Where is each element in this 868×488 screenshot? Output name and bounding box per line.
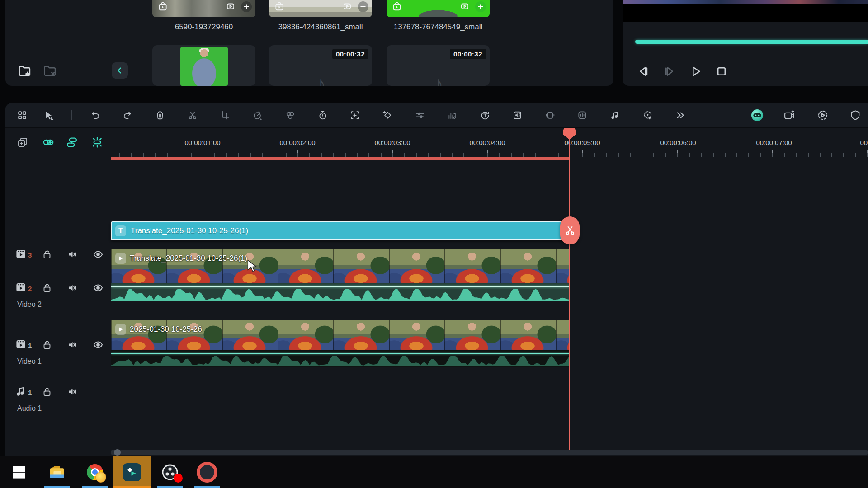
audio-ducking-button[interactable] (443, 106, 461, 124)
lock-track-icon[interactable] (42, 249, 52, 260)
play-button[interactable] (688, 63, 704, 80)
volume-line[interactable] (111, 353, 570, 354)
collapse-panel-button[interactable] (112, 62, 128, 79)
video2-clip-label: Translate_2025-01-30 10-25-26(1) (130, 254, 247, 263)
lock-track-icon[interactable] (42, 386, 52, 397)
boundary-shield-button[interactable] (846, 106, 864, 124)
lock-track-icon[interactable] (42, 339, 52, 350)
video2-audio-section[interactable] (111, 283, 570, 301)
ai-copilot-button[interactable] (748, 106, 766, 124)
clip-range-bar (111, 157, 570, 160)
start-button[interactable] (0, 456, 38, 488)
media-card[interactable]: 137678-767484549_small (387, 0, 490, 17)
copy-track-button[interactable] (15, 135, 30, 150)
video1-audio-section[interactable] (111, 350, 570, 367)
video2-clip[interactable]: Translate_2025-01-30 10-25-26(1) (111, 249, 570, 283)
duration-button[interactable] (314, 106, 332, 124)
obs-button[interactable] (151, 456, 189, 488)
speed-button[interactable] (248, 106, 266, 124)
redo-button[interactable] (118, 106, 137, 124)
media-grid-view-button[interactable] (13, 106, 31, 124)
camera-preview-icon[interactable] (460, 1, 470, 13)
record-ring-icon (197, 462, 217, 483)
text-to-speech-button[interactable] (509, 106, 527, 124)
audio-waveform (111, 288, 570, 301)
mute-track-icon[interactable] (67, 282, 78, 293)
media-thumbnail[interactable] (269, 0, 372, 17)
chrome-icon (87, 464, 103, 480)
duration-badge: 00:00:32 (332, 49, 368, 59)
open-app-indicator (113, 486, 151, 488)
snap-magnet-button[interactable] (90, 135, 104, 150)
chrome-button[interactable] (76, 456, 114, 488)
add-to-timeline-button[interactable] (241, 1, 252, 12)
camera-preview-icon[interactable] (226, 1, 236, 13)
split-scissors-button[interactable] (560, 216, 580, 244)
preview-panel (623, 0, 868, 86)
video1-clip[interactable]: 2025-01-30 10-25-26 (111, 320, 570, 350)
recorder-ring-button[interactable] (188, 456, 226, 488)
track-label: Audio 1 (17, 404, 42, 413)
volume-line[interactable] (111, 286, 570, 287)
timeline-hscrollbar-thumb[interactable] (114, 449, 121, 456)
link-clips-button[interactable] (41, 135, 56, 150)
delete-button[interactable] (151, 106, 169, 124)
timeline-toolbar (5, 103, 868, 128)
media-thumbnail[interactable] (152, 0, 255, 17)
reframe-button[interactable] (541, 106, 559, 124)
next-frame-button[interactable] (662, 63, 678, 80)
color-match-button[interactable] (281, 106, 299, 124)
crop-button[interactable] (216, 106, 234, 124)
preview-progress-bar[interactable] (635, 40, 868, 44)
hide-track-icon[interactable] (92, 339, 104, 350)
greenscreen-thumbnail (180, 47, 228, 86)
add-to-timeline-button[interactable] (358, 1, 368, 12)
timeline-area: 00:00:01:00 00:00:02:00 00:00:03:00 00:0… (5, 128, 868, 456)
camera-preview-icon[interactable] (342, 1, 352, 13)
playhead-handle[interactable] (563, 128, 576, 140)
ai-audio-button[interactable] (639, 106, 657, 124)
timeline-hscrollbar[interactable] (111, 450, 868, 455)
filmora-button[interactable] (113, 456, 151, 488)
media-card[interactable]: 39836-424360861_small (269, 0, 372, 17)
text-clip-icon: T (115, 225, 126, 236)
speech-to-text-button[interactable] (476, 106, 494, 124)
hide-track-icon[interactable] (92, 249, 104, 260)
media-thumbnail[interactable] (387, 0, 490, 17)
audio-music-button[interactable] (606, 106, 624, 124)
adjustment-button[interactable] (411, 106, 429, 124)
motion-tracking-button[interactable] (346, 106, 364, 124)
stop-button[interactable] (713, 63, 730, 80)
undo-button[interactable] (86, 106, 104, 124)
render-preview-button[interactable] (814, 106, 832, 124)
mute-track-icon[interactable] (67, 249, 78, 260)
mute-track-icon[interactable] (67, 339, 78, 350)
lock-track-icon[interactable] (42, 282, 52, 293)
ungroup-clips-button[interactable] (65, 135, 79, 150)
ruler-label: 00:00:08:00 (860, 139, 868, 146)
add-folder-button[interactable] (17, 63, 32, 79)
track-label: Video 2 (17, 300, 42, 309)
screen-record-button[interactable] (780, 106, 798, 124)
audio-denoise-button[interactable] (573, 106, 591, 124)
stock-bag-icon (392, 1, 402, 13)
delete-folder-button[interactable] (42, 63, 57, 79)
hide-track-icon[interactable] (92, 282, 104, 293)
previous-frame-button[interactable] (635, 63, 651, 80)
playhead-line[interactable] (569, 136, 570, 455)
video-track-icon (14, 338, 27, 350)
ruler-label: 00:00:03:00 (374, 139, 410, 146)
split-tool-button[interactable] (184, 106, 202, 124)
open-app-indicator (157, 486, 183, 488)
add-keyframe-button[interactable] (378, 106, 396, 124)
media-tile-greenscreen[interactable] (152, 45, 255, 86)
file-explorer-button[interactable] (38, 456, 76, 488)
media-tile-audio[interactable]: 00:00:32 ♪ (387, 45, 490, 86)
mute-track-icon[interactable] (67, 386, 78, 397)
select-tool-button[interactable] (40, 106, 58, 124)
more-tools-button[interactable] (671, 106, 689, 124)
media-tile-audio[interactable]: 00:00:32 ♪ (269, 45, 372, 86)
text-clip[interactable]: T Translate_2025-01-30 10-25-26(1) (111, 221, 570, 240)
media-card[interactable]: 6590-193729460 (152, 0, 255, 17)
add-to-timeline-button[interactable] (475, 1, 486, 12)
